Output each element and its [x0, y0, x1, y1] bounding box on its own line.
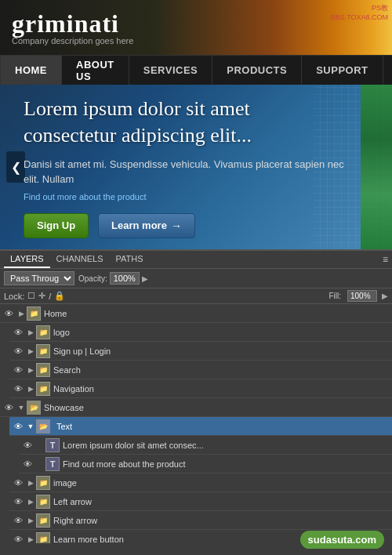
layer-thumb: 📁	[36, 344, 50, 358]
layer-row[interactable]: 👁 ▶ 📁 Left arrow	[9, 492, 392, 511]
fill-label: Fill:	[328, 292, 341, 300]
layers-panel: LAYERS CHANNELS PATHS ≡ Pass Through Nor…	[0, 249, 392, 555]
layer-name: image	[53, 478, 390, 488]
layer-row[interactable]: 👁 T Lorem ipsum dolor sit amet consec...	[19, 436, 392, 455]
nav-item-about[interactable]: ABOUT US	[62, 56, 129, 85]
layer-thumb: 📁	[36, 513, 50, 528]
layer-name: Home	[44, 309, 390, 318]
layer-thumb: 📁	[36, 325, 50, 339]
bottom-brand: sudasuta.com	[300, 531, 384, 549]
logo-text: griminati	[12, 9, 133, 38]
layer-collapse-arrow[interactable]: ▶	[25, 347, 36, 355]
layer-row[interactable]: 👁 ▶ 📁 Navigation	[9, 379, 392, 398]
showcase-title: Lorem ipsum dolor sit amet consectetur a…	[24, 96, 345, 149]
fill-input[interactable]	[347, 290, 377, 302]
opacity-row: Opacity: ▶	[78, 272, 148, 285]
nav-item-services[interactable]: SERVICES	[129, 56, 213, 85]
showcase-banner: ❮ Lorem ipsum dolor sit amet consectetur…	[0, 85, 392, 249]
layer-thumb: 📂	[36, 419, 50, 433]
lock-position-btn[interactable]: ☐	[27, 291, 35, 301]
layer-name: Showcase	[44, 403, 390, 412]
layer-name: Search	[53, 365, 390, 375]
layer-row[interactable]: 👁 ▶ 📁 Home	[0, 304, 392, 323]
layer-collapse-arrow[interactable]: ▼	[25, 423, 36, 430]
nav: HOME ABOUT US SERVICES PRODUCTS SUPPORT …	[0, 55, 392, 85]
layer-collapse-arrow[interactable]: ▶	[25, 385, 36, 393]
lock-paint-btn[interactable]: /	[49, 292, 51, 301]
layer-row[interactable]: 👁 ▶ 📁 image	[9, 473, 392, 492]
layer-visibility-icon[interactable]: 👁	[11, 346, 25, 356]
layer-collapse-arrow[interactable]: ▶	[25, 517, 36, 524]
layer-row[interactable]: 👁 ▶ 📁 Search	[9, 361, 392, 379]
layer-visibility-icon[interactable]: 👁	[11, 422, 25, 431]
lock-all-btn[interactable]: 🔒	[54, 291, 65, 301]
layer-name: Find out more about the product	[63, 459, 390, 469]
opacity-input[interactable]	[110, 272, 140, 285]
layer-visibility-icon[interactable]: 👁	[11, 497, 25, 506]
blend-mode-select[interactable]: Pass Through Normal Multiply	[4, 271, 74, 285]
layer-thumb: 📁	[36, 382, 50, 396]
nav-item-products[interactable]: PRODUCTS	[212, 56, 302, 85]
layer-visibility-icon[interactable]: 👁	[20, 441, 34, 450]
nav-item-contact[interactable]: CONTACT	[383, 56, 392, 85]
header: griminati Company description goes here …	[0, 0, 392, 55]
showcase-link[interactable]: Find out more about the product	[24, 192, 345, 201]
layer-thumb: 📁	[36, 532, 50, 544]
layer-row[interactable]: 👁 ▶ 📁 Sign up | Login	[9, 342, 392, 361]
layer-row[interactable]: 👁 ▶ 📁 logo	[9, 323, 392, 342]
layer-visibility-icon[interactable]: 👁	[11, 365, 25, 375]
signup-button[interactable]: Sign Up	[24, 213, 89, 238]
layer-thumb: T	[45, 438, 60, 452]
layer-visibility-icon[interactable]: 👁	[11, 478, 25, 488]
layer-name: Right arrow	[53, 516, 390, 525]
logo-tagline: Company description goes here	[12, 36, 133, 45]
layer-thumb: 📁	[27, 307, 41, 321]
layer-visibility-icon[interactable]: 👁	[20, 459, 34, 469]
layer-row[interactable]: 👁 ▼ 📂 Text	[9, 417, 392, 436]
layer-collapse-arrow[interactable]: ▶	[25, 366, 36, 374]
showcase-buttons: Sign Up Learn more →	[24, 213, 345, 238]
layers-tab-group: LAYERS CHANNELS PATHS	[4, 251, 150, 268]
tab-layers[interactable]: LAYERS	[4, 251, 50, 268]
layer-row[interactable]: 👁 ▼ 📂 Showcase	[0, 398, 392, 417]
layer-row[interactable]: 👁 ▶ 📁 Right arrow	[9, 511, 392, 530]
layer-thumb: 📂	[27, 401, 41, 415]
tab-paths[interactable]: PATHS	[110, 251, 150, 268]
watermark: PS教 BBS.TOXA8.COM	[331, 4, 388, 22]
nav-item-home[interactable]: HOME	[0, 56, 62, 85]
layer-thumb: T	[45, 457, 60, 471]
arrow-right-icon: →	[171, 219, 182, 232]
layer-name: Sign up | Login	[53, 346, 390, 356]
layer-visibility-icon[interactable]: 👁	[11, 328, 25, 337]
layer-visibility-icon[interactable]: 👁	[11, 384, 25, 394]
layer-row[interactable]: 👁 T Find out more about the product	[19, 455, 392, 473]
layer-name: logo	[53, 328, 390, 337]
layer-visibility-icon[interactable]: 👁	[11, 516, 25, 525]
layer-thumb: 📁	[36, 495, 50, 509]
lock-move-btn[interactable]: ✛	[38, 291, 45, 301]
layer-collapse-arrow[interactable]: ▶	[16, 310, 27, 317]
layer-visibility-icon[interactable]: 👁	[2, 403, 16, 412]
layers-tabs: LAYERS CHANNELS PATHS ≡	[0, 251, 392, 269]
learn-more-button[interactable]: Learn more →	[98, 213, 195, 238]
showcase-subtitle: Danisi sit amet mi. Suspendisse vehicula…	[24, 157, 345, 187]
fill-arrow[interactable]: ▶	[382, 292, 388, 300]
layer-collapse-arrow[interactable]: ▶	[25, 535, 36, 543]
layers-panel-menu-icon[interactable]: ≡	[383, 254, 388, 265]
layers-toolbar: Pass Through Normal Multiply Opacity: ▶	[0, 269, 392, 288]
layer-thumb: 📁	[36, 476, 50, 490]
layer-collapse-arrow[interactable]: ▼	[16, 404, 27, 412]
lock-label: Lock:	[4, 292, 24, 301]
tab-channels[interactable]: CHANNELS	[50, 251, 110, 268]
layer-name: Text	[53, 421, 390, 432]
layer-collapse-arrow[interactable]: ▶	[25, 479, 36, 487]
layer-collapse-arrow[interactable]: ▶	[25, 498, 36, 506]
layer-visibility-icon[interactable]: 👁	[2, 309, 16, 318]
nav-item-support[interactable]: SUPPORT	[302, 56, 383, 85]
layer-name: Lorem ipsum dolor sit amet consec...	[63, 441, 390, 450]
layer-thumb: 📁	[36, 363, 50, 377]
layer-collapse-arrow[interactable]: ▶	[25, 328, 36, 336]
layer-name: Left arrow	[53, 497, 390, 506]
layer-visibility-icon[interactable]: 👁	[11, 535, 25, 544]
opacity-arrow[interactable]: ▶	[142, 274, 148, 283]
